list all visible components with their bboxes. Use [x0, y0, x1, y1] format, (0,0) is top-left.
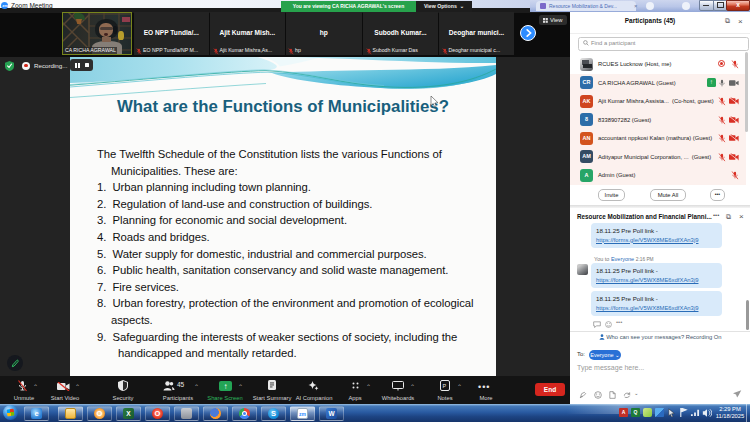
svg-text:P: P — [443, 383, 447, 389]
